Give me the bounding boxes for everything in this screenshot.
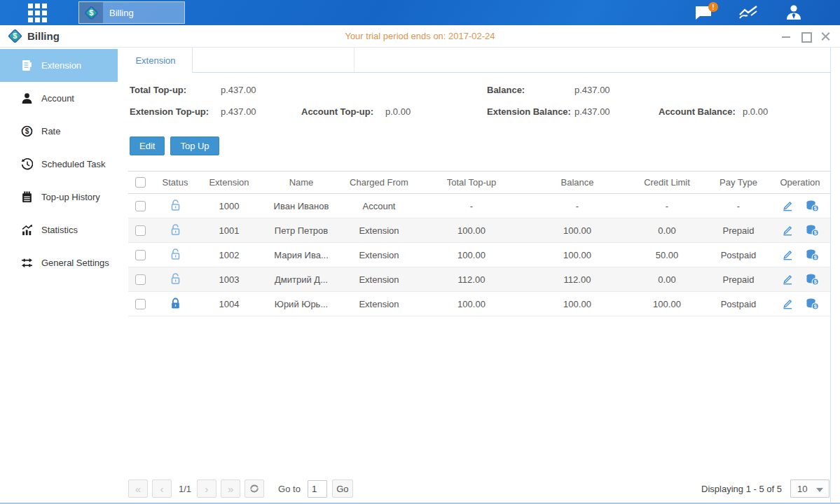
sidebar-item-label: Rate [41, 126, 60, 136]
sidebar-item-account[interactable]: Account [0, 82, 118, 115]
cell-pay-type: Prepaid [707, 218, 770, 243]
sidebar-item-label: General Settings [41, 258, 109, 268]
prev-page-button[interactable]: ‹ [152, 479, 172, 498]
col-name: Name [260, 172, 343, 194]
edit-row-icon[interactable] [782, 249, 793, 260]
locked-icon [170, 297, 181, 309]
sidebar-item-label: Statistics [41, 225, 78, 235]
cell-credit-limit: 0.00 [627, 267, 707, 292]
cell-name: Юрий Юрь... [260, 292, 343, 316]
last-page-button[interactable]: » [221, 479, 240, 498]
topup-button[interactable]: Top Up [170, 136, 219, 155]
sidebar-item-statistics[interactable]: Statistics [0, 214, 118, 246]
sidebar-item-extension[interactable]: Extension [0, 49, 118, 82]
app-launcher-icon[interactable] [25, 4, 49, 22]
cell-pay-type: - [707, 194, 770, 218]
row-checkbox[interactable] [135, 299, 146, 309]
table-row: 1001 Петр Петров Extension 100.00 100.00… [128, 218, 830, 243]
topup-row-icon[interactable]: $ [806, 200, 819, 212]
sidebar-item-rate[interactable]: $ Rate [0, 115, 118, 148]
edit-row-icon[interactable] [782, 200, 793, 211]
col-balance: Balance [528, 172, 627, 194]
cell-charged-from: Extension [343, 292, 415, 316]
status-lock-cell [152, 292, 198, 316]
row-checkbox[interactable] [135, 274, 146, 285]
topup-row-icon[interactable]: $ [806, 298, 819, 310]
topbar-right-icons: ! [693, 0, 805, 25]
page-size-select[interactable]: 10 [790, 479, 829, 498]
status-lock-cell [152, 267, 198, 292]
messages-icon[interactable]: ! [693, 4, 715, 22]
cell-pay-type: Prepaid [707, 267, 770, 292]
taskbar-tab-label: Billing [109, 8, 134, 18]
cell-charged-from: Account [343, 194, 415, 218]
person-icon [21, 92, 33, 104]
unlocked-icon [170, 223, 181, 236]
page-size-value: 10 [797, 484, 807, 494]
trial-notice: Your trial period ends on: 2017-02-24 [0, 31, 840, 41]
select-all-checkbox[interactable] [135, 177, 146, 188]
notification-badge: ! [708, 2, 718, 12]
cell-balance: - [528, 194, 627, 218]
main-right-border [830, 48, 831, 504]
table-row: 1000 Иван Иванов Account - - - - [128, 194, 830, 218]
cell-credit-limit: 50.00 [627, 243, 707, 267]
svg-text:$: $ [25, 127, 29, 135]
table-row: 1004 Юрий Юрь... Extension 100.00 100.00… [128, 292, 830, 316]
topup-row-icon[interactable]: $ [806, 225, 819, 237]
edit-row-icon[interactable] [782, 225, 793, 236]
go-button[interactable]: Go [332, 479, 353, 498]
user-account-icon[interactable] [783, 4, 805, 22]
cell-charged-from: Extension [343, 243, 415, 267]
row-checkbox[interactable] [135, 225, 146, 236]
window-title: Billing [27, 30, 60, 42]
edit-row-icon[interactable] [782, 274, 793, 285]
row-checkbox[interactable] [135, 250, 146, 260]
account-topup-value: p.0.00 [385, 106, 411, 117]
refresh-button[interactable] [245, 479, 264, 498]
col-charged-from: Charged From [343, 172, 415, 194]
cell-total-topup: 100.00 [415, 243, 528, 267]
tab-extension[interactable]: Extension [119, 48, 193, 73]
topup-row-icon[interactable]: $ [806, 249, 819, 261]
total-topup-label: Total Top-up: [130, 85, 186, 95]
cell-balance: 112.00 [528, 267, 627, 292]
first-page-button[interactable]: « [128, 479, 148, 498]
chart-growth-icon [21, 224, 33, 236]
extension-balance-value: p.437.00 [574, 106, 610, 117]
extension-balance-label: Extension Balance: [487, 106, 571, 117]
cell-extension: 1004 [198, 292, 260, 316]
cell-credit-limit: - [627, 194, 707, 218]
cell-name: Петр Петров [260, 218, 343, 243]
close-icon[interactable] [820, 32, 830, 41]
sidebar-item-general-settings[interactable]: General Settings [0, 246, 118, 279]
cell-pay-type: Postpaid [707, 243, 770, 267]
account-topup-label: Account Top-up: [301, 106, 373, 117]
dollar-circle-icon: $ [21, 125, 33, 137]
next-page-button[interactable]: › [197, 479, 216, 498]
col-status: Status [152, 172, 198, 194]
sidebar-item-topup-history[interactable]: Top-up History [0, 181, 118, 214]
unlocked-icon [170, 199, 181, 211]
topup-row-icon[interactable]: $ [806, 274, 819, 286]
col-pay-type: Pay Type [707, 172, 770, 194]
minimize-icon[interactable] [781, 32, 791, 41]
cell-total-topup: 112.00 [415, 267, 528, 292]
cell-total-topup: 100.00 [415, 218, 528, 243]
balance-value: p.437.00 [574, 85, 610, 95]
sidebar: Extension Account $ Rate Scheduled Task [0, 48, 118, 504]
table-row: 1003 Дмитрий Д... Extension 112.00 112.0… [128, 267, 830, 292]
maximize-icon[interactable] [801, 32, 811, 41]
resource-monitor-icon[interactable] [738, 4, 760, 22]
edit-button[interactable]: Edit [130, 136, 165, 155]
tab-strip: Extension [118, 48, 831, 73]
edit-row-icon[interactable] [782, 298, 793, 309]
goto-page-input[interactable] [308, 480, 327, 498]
cell-balance: 100.00 [528, 218, 627, 243]
table-header-row: Status Extension Name Charged From Total… [128, 172, 830, 194]
taskbar-tab-billing[interactable]: $ Billing [78, 1, 185, 24]
sidebar-item-scheduled-task[interactable]: Scheduled Task [0, 148, 118, 181]
row-checkbox[interactable] [135, 201, 146, 211]
extension-table: Status Extension Name Charged From Total… [128, 171, 830, 316]
pagination-bar: « ‹ 1/1 › » Go to Go Displaying [128, 479, 829, 498]
